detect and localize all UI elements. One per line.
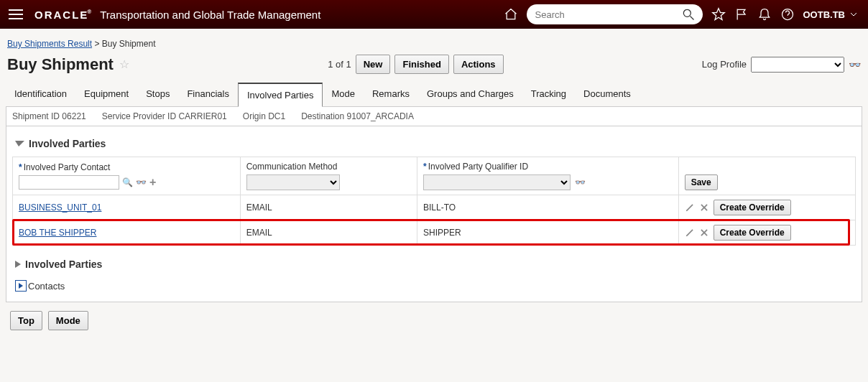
- tab-mode[interactable]: Mode: [323, 83, 364, 106]
- menu-icon[interactable]: [9, 9, 23, 19]
- star-icon[interactable]: [711, 7, 726, 22]
- flag-icon[interactable]: [734, 7, 749, 22]
- edit-icon[interactable]: [685, 228, 695, 238]
- log-profile-label: Log Profile: [702, 59, 747, 70]
- tab-tracking[interactable]: Tracking: [522, 83, 575, 106]
- info-destination: Destination 91007_ARCADIA: [301, 111, 414, 121]
- row-contact-link[interactable]: BUSINESS_UNIT_01: [19, 202, 101, 213]
- chevron-down-icon: [848, 9, 859, 20]
- tab-groups-charges[interactable]: Groups and Charges: [418, 83, 522, 106]
- edit-icon[interactable]: [685, 202, 695, 213]
- create-override-button[interactable]: Create Override: [714, 200, 791, 215]
- svg-point-0: [683, 9, 691, 17]
- glasses-icon[interactable]: 👓: [136, 177, 147, 187]
- lookup-icon[interactable]: 🔍: [122, 177, 133, 187]
- table-row: BUSINESS_UNIT_01 EMAIL BILL-TO Create Ov…: [13, 195, 856, 220]
- finished-button[interactable]: Finished: [394, 55, 448, 74]
- table-row: BOB THE SHIPPER EMAIL SHIPPER Create Ove…: [13, 220, 856, 246]
- qualifier-select[interactable]: [423, 174, 571, 190]
- tabs: Identification Equipment Stops Financial…: [6, 83, 862, 107]
- help-icon[interactable]: [780, 7, 795, 22]
- actions-button[interactable]: Actions: [453, 55, 504, 74]
- col-qual: Involved Party Qualifier ID: [428, 162, 528, 172]
- info-provider: Service Provider ID CARRIER01: [102, 111, 227, 121]
- log-profile: Log Profile 👓: [702, 57, 861, 73]
- contact-input[interactable]: [19, 175, 119, 190]
- collapse-icon: [15, 141, 24, 146]
- col-comm: Communication Method: [246, 162, 338, 172]
- delete-icon[interactable]: [699, 202, 709, 213]
- topbar: ORACLE® Transportation and Global Trade …: [0, 0, 868, 29]
- col-contact: Involved Party Contact: [24, 162, 111, 172]
- footer: Top Mode: [0, 302, 868, 339]
- breadcrumb: Buy Shipments Result > Buy Shipment: [0, 29, 868, 55]
- glasses-icon[interactable]: 👓: [575, 177, 586, 187]
- svg-line-1: [690, 17, 693, 20]
- expand-icon: [15, 261, 21, 268]
- search-input[interactable]: [534, 9, 681, 21]
- row-comm: EMAIL: [240, 195, 417, 220]
- contacts-row[interactable]: Contacts: [15, 280, 856, 292]
- row-comm: EMAIL: [240, 220, 417, 246]
- play-icon[interactable]: [15, 280, 27, 292]
- pager-text: 1 of 1: [328, 59, 351, 70]
- section-involved-parties-2[interactable]: Involved Parties: [15, 258, 856, 270]
- main-panel: Involved Parties *Involved Party Contact…: [6, 126, 862, 302]
- app-title: Transportation and Global Trade Manageme…: [100, 9, 320, 21]
- top-button[interactable]: Top: [10, 311, 42, 330]
- favorite-star-icon[interactable]: ☆: [119, 57, 129, 71]
- log-profile-select[interactable]: [751, 57, 844, 73]
- tab-involved-parties[interactable]: Involved Parties: [238, 83, 323, 107]
- tab-stops[interactable]: Stops: [137, 83, 178, 106]
- page-header: Buy Shipment ☆ 1 of 1 New Finished Actio…: [0, 55, 868, 83]
- comm-select[interactable]: [246, 174, 340, 190]
- info-row: Shipment ID 06221 Service Provider ID CA…: [6, 107, 862, 126]
- breadcrumb-current: Buy Shipment: [102, 39, 156, 49]
- mode-button[interactable]: Mode: [48, 311, 88, 330]
- search-box[interactable]: [527, 4, 703, 24]
- info-shipment: Shipment ID 06221: [12, 111, 86, 121]
- delete-icon[interactable]: [699, 228, 709, 238]
- user-label: OOTB.TB: [803, 9, 846, 20]
- new-button[interactable]: New: [356, 55, 391, 74]
- section-involved-parties[interactable]: Involved Parties: [15, 138, 856, 149]
- row-qual: BILL-TO: [417, 195, 679, 220]
- info-origin: Origin DC1: [243, 111, 285, 121]
- search-icon[interactable]: [681, 7, 696, 22]
- section-title: Involved Parties: [29, 138, 106, 149]
- create-override-button[interactable]: Create Override: [714, 225, 791, 241]
- contacts-label: Contacts: [28, 281, 65, 292]
- oracle-logo: ORACLE®: [34, 9, 91, 21]
- row-qual: SHIPPER: [417, 220, 679, 246]
- section-title-2: Involved Parties: [25, 258, 102, 270]
- add-icon[interactable]: +: [149, 176, 156, 189]
- row-contact-link[interactable]: BOB THE SHIPPER: [19, 228, 96, 238]
- bell-icon[interactable]: [757, 7, 772, 22]
- glasses-icon[interactable]: 👓: [849, 59, 861, 70]
- tab-identification[interactable]: Identification: [6, 83, 75, 106]
- save-button[interactable]: Save: [685, 174, 718, 190]
- top-icons: OOTB.TB: [504, 4, 860, 24]
- svg-marker-2: [712, 9, 724, 20]
- breadcrumb-parent[interactable]: Buy Shipments Result: [7, 39, 92, 49]
- page-title: Buy Shipment: [7, 55, 114, 74]
- user-menu[interactable]: OOTB.TB: [803, 9, 860, 20]
- involved-parties-table: *Involved Party Contact 🔍 👓 + Communicat…: [12, 157, 856, 246]
- tab-documents[interactable]: Documents: [575, 83, 640, 106]
- tab-financials[interactable]: Financials: [178, 83, 238, 106]
- tab-remarks[interactable]: Remarks: [364, 83, 418, 106]
- breadcrumb-sep: >: [94, 39, 99, 49]
- tab-equipment[interactable]: Equipment: [75, 83, 137, 106]
- home-icon[interactable]: [504, 7, 518, 22]
